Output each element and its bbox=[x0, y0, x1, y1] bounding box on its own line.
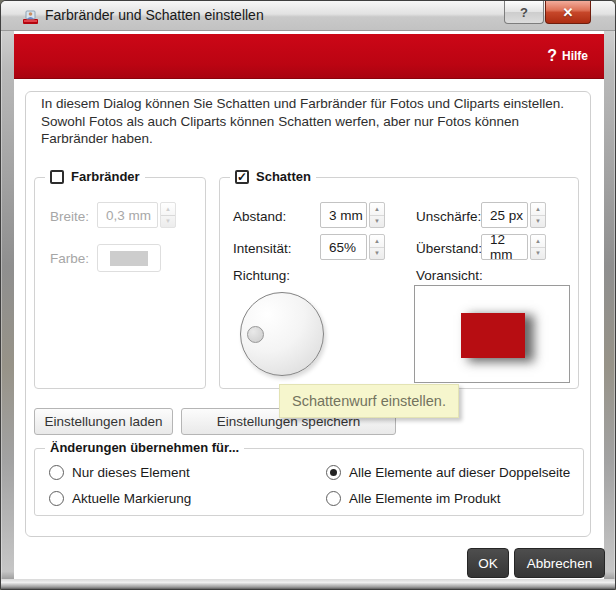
intensitaet-spin-down-button[interactable]: ▼ bbox=[370, 248, 384, 260]
intro-text: In diesem Dialog können Sie Schatten und… bbox=[41, 95, 581, 148]
dial-knob[interactable] bbox=[247, 326, 264, 343]
apply-group: Änderungen übernehmen für... Nur dieses … bbox=[34, 448, 584, 516]
radio-icon[interactable] bbox=[49, 465, 64, 480]
radio-icon[interactable] bbox=[326, 491, 341, 506]
check-icon: ✓ bbox=[237, 172, 247, 182]
spin-down-icon: ▼ bbox=[165, 218, 171, 224]
title-bar[interactable]: Farbränder und Schatten einstellen ? ✕ bbox=[1, 1, 615, 31]
spin-down-icon: ▼ bbox=[535, 250, 541, 256]
help-link-label: Hilfe bbox=[562, 49, 588, 63]
radio-icon[interactable] bbox=[326, 465, 341, 480]
farbraender-checkbox[interactable]: ✓ bbox=[50, 170, 64, 184]
window-title: Farbränder und Schatten einstellen bbox=[45, 7, 264, 23]
breite-spin-buttons: ▲ ▼ bbox=[160, 202, 176, 228]
header-banner: ? Hilfe bbox=[14, 34, 604, 79]
shadow-preview bbox=[414, 285, 570, 383]
ok-button[interactable]: OK bbox=[467, 548, 509, 578]
spin-up-icon: ▲ bbox=[374, 206, 380, 212]
ueberstand-input[interactable]: 12 mm bbox=[481, 234, 528, 260]
shadow-direction-dial[interactable] bbox=[240, 292, 324, 376]
ueberstand-spin-down-button[interactable]: ▼ bbox=[531, 248, 545, 260]
schatten-checkbox[interactable]: ✓ bbox=[235, 170, 249, 184]
spin-up-icon: ▲ bbox=[374, 238, 380, 244]
abstand-input[interactable]: 3 mm bbox=[320, 202, 367, 228]
schatten-group-title[interactable]: Schatten bbox=[256, 169, 311, 184]
abstand-label: Abstand: bbox=[233, 209, 286, 224]
apply-legend: Änderungen übernehmen für... bbox=[45, 440, 244, 455]
radio-label[interactable]: Alle Elemente im Produkt bbox=[349, 491, 501, 506]
breite-spinner: 0,3 mm ▲ ▼ bbox=[97, 202, 176, 228]
intensitaet-label: Intensität: bbox=[233, 241, 292, 256]
richtung-label: Richtung: bbox=[233, 268, 290, 283]
radio-option-alle-elemente-produkt[interactable]: Alle Elemente im Produkt bbox=[326, 491, 501, 506]
unschaerfe-label: Unschärfe: bbox=[416, 209, 481, 224]
radio-option-nur-dieses-element[interactable]: Nur dieses Element bbox=[49, 465, 190, 480]
breite-spin-up-button[interactable]: ▲ bbox=[161, 203, 175, 216]
unschaerfe-spinner: 25 px ▲ ▼ bbox=[481, 202, 546, 228]
ueberstand-spin-buttons: ▲ ▼ bbox=[530, 234, 546, 260]
breite-input[interactable]: 0,3 mm bbox=[97, 202, 158, 228]
radio-option-aktuelle-markierung[interactable]: Aktuelle Markierung bbox=[49, 491, 191, 506]
titlebar-close-button[interactable]: ✕ bbox=[545, 1, 591, 24]
farbe-swatch-button[interactable] bbox=[97, 244, 161, 272]
breite-spin-down-button[interactable]: ▼ bbox=[161, 216, 175, 228]
radio-option-alle-elemente-doppelseite[interactable]: Alle Elemente auf dieser Doppelseite bbox=[326, 465, 570, 480]
unschaerfe-spin-down-button[interactable]: ▼ bbox=[531, 216, 545, 228]
radio-label[interactable]: Aktuelle Markierung bbox=[72, 491, 191, 506]
shadow-preview-rect bbox=[461, 313, 525, 358]
spin-up-icon: ▲ bbox=[535, 206, 541, 212]
radio-label[interactable]: Nur dieses Element bbox=[72, 465, 190, 480]
dialog-client-area: ? Hilfe In diesem Dialog können Sie Scha… bbox=[14, 31, 604, 581]
intensitaet-spinner: 65% ▲ ▼ bbox=[320, 234, 385, 260]
help-link[interactable]: ? Hilfe bbox=[547, 47, 588, 65]
spin-down-icon: ▼ bbox=[535, 218, 541, 224]
voransicht-label: Voransicht: bbox=[416, 268, 483, 283]
schatten-group: ✓ Schatten Abstand: 3 mm ▲ ▼ Unschärfe: … bbox=[219, 177, 579, 389]
intensitaet-spin-up-button[interactable]: ▲ bbox=[370, 235, 384, 248]
window-bottom-frame bbox=[1, 579, 615, 589]
abstand-spinner: 3 mm ▲ ▼ bbox=[320, 202, 385, 228]
farbe-label: Farbe: bbox=[50, 251, 89, 266]
spin-up-icon: ▲ bbox=[165, 206, 171, 212]
spin-down-icon: ▼ bbox=[374, 218, 380, 224]
ueberstand-spinner: 12 mm ▲ ▼ bbox=[481, 234, 546, 260]
intensitaet-spin-buttons: ▲ ▼ bbox=[369, 234, 385, 260]
farbe-swatch-color bbox=[110, 251, 148, 266]
spin-down-icon: ▼ bbox=[374, 250, 380, 256]
abstand-spin-up-button[interactable]: ▲ bbox=[370, 203, 384, 216]
ueberstand-spin-up-button[interactable]: ▲ bbox=[531, 235, 545, 248]
breite-label: Breite: bbox=[50, 209, 89, 224]
unschaerfe-spin-buttons: ▲ ▼ bbox=[530, 202, 546, 228]
titlebar-help-button[interactable]: ? bbox=[504, 1, 544, 24]
cancel-button[interactable]: Abbrechen bbox=[514, 548, 605, 578]
farbraender-group-title[interactable]: Farbränder bbox=[71, 169, 140, 184]
dial-tooltip: Schattenwurf einstellen. bbox=[279, 384, 459, 418]
ueberstand-label: Überstand: bbox=[416, 241, 482, 256]
unschaerfe-spin-up-button[interactable]: ▲ bbox=[531, 203, 545, 216]
intensitaet-input[interactable]: 65% bbox=[320, 234, 367, 260]
farbraender-group: ✓ Farbränder Breite: 0,3 mm ▲ ▼ Farbe: bbox=[34, 177, 206, 389]
radio-label[interactable]: Alle Elemente auf dieser Doppelseite bbox=[349, 465, 570, 480]
apply-group-title: Änderungen übernehmen für... bbox=[50, 440, 239, 455]
load-settings-button[interactable]: Einstellungen laden bbox=[34, 408, 173, 435]
farbraender-legend: ✓ Farbränder bbox=[45, 169, 145, 184]
spin-up-icon: ▲ bbox=[535, 238, 541, 244]
abstand-spin-buttons: ▲ ▼ bbox=[369, 202, 385, 228]
app-icon bbox=[22, 8, 39, 25]
help-icon: ? bbox=[547, 47, 557, 65]
schatten-legend: ✓ Schatten bbox=[230, 169, 316, 184]
abstand-spin-down-button[interactable]: ▼ bbox=[370, 216, 384, 228]
radio-icon[interactable] bbox=[49, 491, 64, 506]
dialog-window: Farbränder und Schatten einstellen ? ✕ ?… bbox=[0, 0, 616, 590]
unschaerfe-input[interactable]: 25 px bbox=[481, 202, 528, 228]
